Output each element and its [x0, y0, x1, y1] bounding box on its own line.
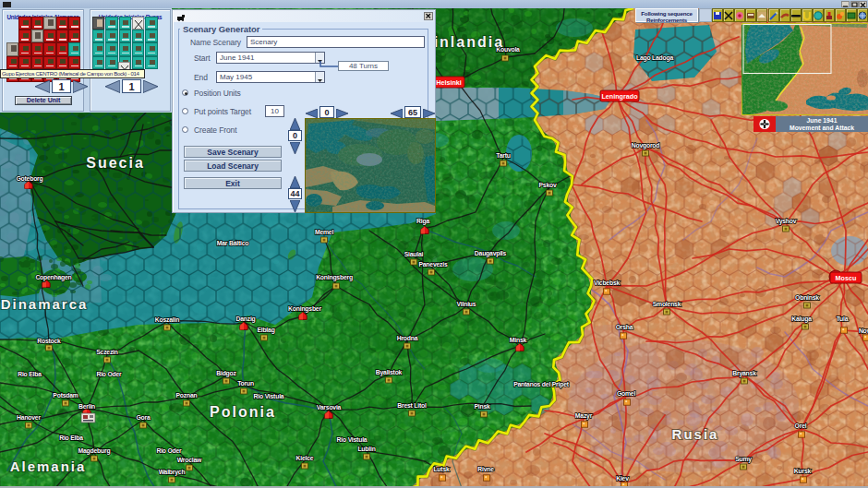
svg-text:Dinamarca: Dinamarca [1, 296, 89, 312]
svg-text:Orel: Orel [795, 423, 807, 429]
svg-text:Mazyr: Mazyr [575, 412, 593, 420]
svg-text:Novgorod: Novgorod [632, 142, 660, 149]
svg-text:Magdeburg: Magdeburg [78, 447, 111, 455]
svg-text:Tula: Tula [837, 315, 849, 322]
svg-text:Bryansk: Bryansk [732, 370, 756, 377]
svg-text:Mar Báltico: Mar Báltico [217, 240, 248, 246]
svg-text:Gomel: Gomel [617, 390, 635, 397]
svg-text:Rusia: Rusia [672, 426, 719, 442]
svg-text:Nov: Nov [859, 327, 868, 334]
svg-text:Walbrych: Walbrych [159, 469, 186, 476]
svg-text:Kaluga: Kaluga [791, 315, 812, 323]
svg-text:Panevezis: Panevezis [418, 261, 447, 268]
svg-text:Wroclaw: Wroclaw [177, 457, 202, 463]
svg-text:Siaulai: Siaulai [404, 251, 424, 257]
svg-text:Lago Ladoga: Lago Ladoga [636, 54, 674, 62]
svg-text:Rostock: Rostock [37, 338, 61, 344]
svg-text:Pinsk: Pinsk [474, 403, 490, 410]
svg-text:Rivne: Rivne [477, 466, 494, 472]
svg-text:Smolensk: Smolensk [653, 301, 681, 307]
svg-text:Torun: Torun [237, 380, 254, 387]
svg-text:Lublin: Lublin [357, 446, 375, 452]
svg-text:Leningrado: Leningrado [601, 92, 638, 101]
svg-text:Pantanos del Pripet: Pantanos del Pripet [513, 381, 570, 388]
svg-text:Lutsk: Lutsk [433, 466, 450, 472]
svg-text:Moscu: Moscu [836, 274, 857, 282]
svg-text:Vyshov: Vyshov [776, 218, 797, 225]
svg-text:Potsdam: Potsdam [53, 392, 78, 399]
svg-text:Goteborg: Goteborg [17, 175, 43, 183]
svg-text:Kielce: Kielce [296, 455, 314, 461]
svg-text:Riga: Riga [416, 218, 429, 225]
svg-text:Kiev: Kiev [616, 475, 629, 482]
svg-text:Rio Oder: Rio Oder [96, 371, 122, 377]
svg-text:Orsha: Orsha [616, 324, 633, 330]
svg-text:Sumy: Sumy [735, 456, 752, 463]
svg-text:Helsinki: Helsinki [436, 78, 462, 87]
svg-text:Rio Elba: Rio Elba [59, 434, 83, 441]
svg-text:Obninsk: Obninsk [795, 294, 819, 301]
svg-text:Polonia: Polonia [210, 404, 276, 420]
svg-text:Alemania: Alemania [10, 458, 87, 474]
svg-text:Rio Vistula: Rio Vistula [337, 436, 368, 443]
svg-text:Rio Oder: Rio Oder [156, 447, 182, 454]
svg-text:Hanover: Hanover [17, 414, 41, 421]
svg-text:Suecia: Suecia [86, 155, 145, 171]
svg-text:Gora: Gora [136, 414, 150, 421]
svg-text:Sczezin: Sczezin [96, 349, 118, 355]
svg-text:Poznan: Poznan [176, 392, 198, 399]
svg-text:Rio Vistula: Rio Vistula [254, 393, 284, 399]
svg-text:Berlin: Berlin [78, 403, 95, 410]
svg-text:Koningsber: Koningsber [288, 305, 321, 313]
svg-text:Minsk: Minsk [510, 337, 527, 343]
svg-text:Koszalin: Koszalin [155, 316, 179, 323]
svg-text:Daugavpils: Daugavpils [475, 250, 507, 257]
svg-text:Danzig: Danzig [235, 315, 255, 323]
svg-text:Koningsberg: Koningsberg [316, 274, 353, 281]
svg-text:Brest Litol: Brest Litol [397, 402, 427, 409]
svg-text:Rio Elba: Rio Elba [18, 371, 42, 377]
svg-text:Varsovia: Varsovia [317, 404, 342, 411]
svg-text:Bidgoz: Bidgoz [216, 370, 236, 377]
svg-text:Hrodna: Hrodna [397, 335, 418, 341]
svg-text:Vilnius: Vilnius [457, 301, 476, 307]
svg-text:Pskov: Pskov [538, 182, 556, 188]
svg-text:Byalistok: Byalistok [376, 369, 403, 376]
svg-text:Elblag: Elblag [257, 327, 274, 334]
svg-text:Vicbebsk: Vicbebsk [594, 280, 621, 286]
svg-text:Copenhagen: Copenhagen [35, 274, 71, 281]
svg-text:Memel: Memel [315, 229, 333, 235]
svg-text:Tartu: Tartu [496, 152, 511, 159]
svg-text:Kursk: Kursk [794, 468, 812, 474]
